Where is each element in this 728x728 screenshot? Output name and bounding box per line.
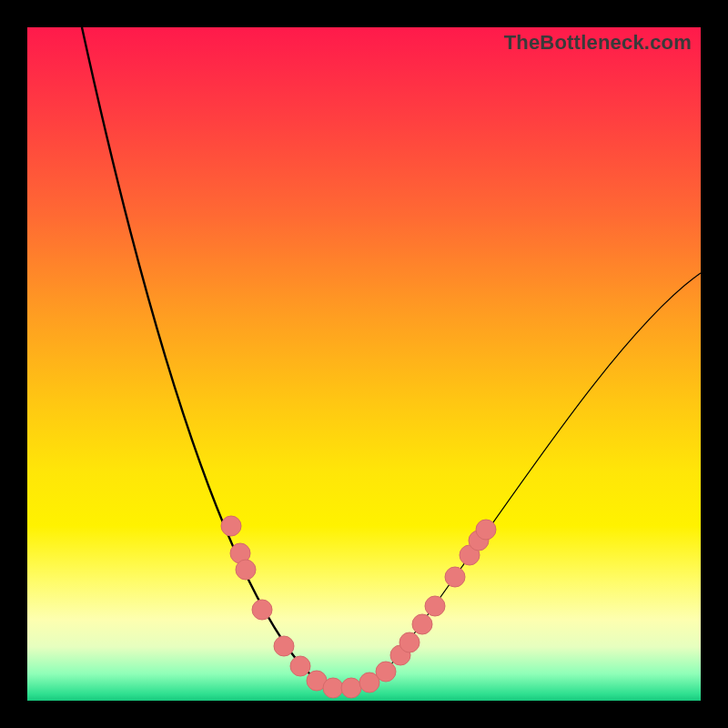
curve-dot — [341, 678, 361, 698]
curve-dot — [412, 614, 432, 634]
bottleneck-curve-left — [82, 27, 391, 688]
curve-dot — [290, 656, 310, 676]
curve-dots — [221, 516, 496, 698]
curve-dot — [323, 678, 343, 698]
curve-dot — [221, 516, 241, 536]
curve-dot — [236, 560, 256, 580]
curve-dot — [445, 567, 465, 587]
curve-dot — [252, 600, 272, 620]
curve-dot — [399, 632, 420, 652]
curve-dot — [476, 520, 496, 540]
chart-plot-area: TheBottleneck.com — [27, 27, 701, 701]
curve-dot — [274, 636, 294, 656]
curve-dot — [376, 662, 396, 682]
curve-dot — [425, 596, 445, 616]
chart-svg — [27, 27, 701, 701]
